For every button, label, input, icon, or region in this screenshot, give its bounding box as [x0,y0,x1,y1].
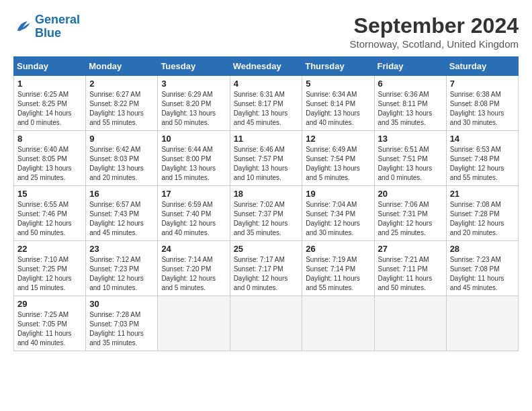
day-info: Sunrise: 7:28 AMSunset: 7:03 PMDaylight:… [89,310,154,348]
logo-text: General Blue [35,13,80,40]
day-info: Sunrise: 6:29 AMSunset: 8:20 PMDaylight:… [161,90,226,128]
calendar-cell: 12 Sunrise: 6:49 AMSunset: 7:54 PMDaylig… [302,131,374,186]
calendar-cell: 25 Sunrise: 7:17 AMSunset: 7:17 PMDaylig… [230,241,302,296]
calendar-cell: 4 Sunrise: 6:31 AMSunset: 8:17 PMDayligh… [230,76,302,131]
day-info: Sunrise: 6:27 AMSunset: 8:22 PMDaylight:… [89,90,154,128]
day-info: Sunrise: 7:04 AMSunset: 7:34 PMDaylight:… [306,200,370,238]
day-number: 5 [306,79,370,89]
day-number: 24 [161,244,226,254]
calendar-cell [374,296,446,351]
calendar-cell: 26 Sunrise: 7:19 AMSunset: 7:14 PMDaylig… [302,241,374,296]
day-number: 22 [17,244,82,254]
day-info: Sunrise: 6:57 AMSunset: 7:43 PMDaylight:… [89,200,154,238]
day-number: 1 [17,79,82,89]
day-number: 18 [234,189,299,199]
calendar-cell: 15 Sunrise: 6:55 AMSunset: 7:46 PMDaylig… [14,186,86,241]
logo: General Blue [13,13,80,40]
calendar-cell: 16 Sunrise: 6:57 AMSunset: 7:43 PMDaylig… [86,186,158,241]
day-info: Sunrise: 6:25 AMSunset: 8:25 PMDaylight:… [17,90,82,128]
day-info: Sunrise: 7:19 AMSunset: 7:14 PMDaylight:… [306,255,370,293]
day-info: Sunrise: 6:36 AMSunset: 8:11 PMDaylight:… [378,90,443,128]
logo-icon [13,17,32,36]
calendar-cell: 3 Sunrise: 6:29 AMSunset: 8:20 PMDayligh… [158,76,230,131]
header-row: Sunday Monday Tuesday Wednesday Thursday… [14,57,519,76]
calendar-row: 22 Sunrise: 7:10 AMSunset: 7:25 PMDaylig… [14,241,519,296]
day-number: 4 [234,79,299,89]
day-number: 26 [306,244,370,254]
calendar-cell: 9 Sunrise: 6:42 AMSunset: 8:03 PMDayligh… [86,131,158,186]
location: Stornoway, Scotland, United Kingdom [349,38,519,50]
day-info: Sunrise: 6:34 AMSunset: 8:14 PMDaylight:… [306,90,370,128]
col-thursday: Thursday [302,57,374,76]
calendar-row: 8 Sunrise: 6:40 AMSunset: 8:05 PMDayligh… [14,131,519,186]
calendar-row: 15 Sunrise: 6:55 AMSunset: 7:46 PMDaylig… [14,186,519,241]
day-number: 8 [17,134,82,144]
day-info: Sunrise: 6:59 AMSunset: 7:40 PMDaylight:… [161,200,226,238]
title-block: September 2024 Stornoway, Scotland, Unit… [349,13,519,50]
day-info: Sunrise: 6:44 AMSunset: 8:00 PMDaylight:… [161,145,226,183]
calendar-cell: 1 Sunrise: 6:25 AMSunset: 8:25 PMDayligh… [14,76,86,131]
calendar-cell: 30 Sunrise: 7:28 AMSunset: 7:03 PMDaylig… [86,296,158,351]
day-info: Sunrise: 7:08 AMSunset: 7:28 PMDaylight:… [450,200,515,238]
calendar-cell: 2 Sunrise: 6:27 AMSunset: 8:22 PMDayligh… [86,76,158,131]
day-info: Sunrise: 6:40 AMSunset: 8:05 PMDaylight:… [17,145,82,183]
day-info: Sunrise: 7:06 AMSunset: 7:31 PMDaylight:… [378,200,443,238]
col-friday: Friday [374,57,446,76]
calendar-cell: 28 Sunrise: 7:23 AMSunset: 7:08 PMDaylig… [446,241,518,296]
day-info: Sunrise: 7:21 AMSunset: 7:11 PMDaylight:… [378,255,443,293]
day-info: Sunrise: 7:25 AMSunset: 7:05 PMDaylight:… [17,310,82,348]
calendar-cell [230,296,302,351]
col-saturday: Saturday [446,57,518,76]
day-number: 14 [450,134,515,144]
day-number: 30 [89,299,154,309]
calendar-cell: 6 Sunrise: 6:36 AMSunset: 8:11 PMDayligh… [374,76,446,131]
calendar-cell: 27 Sunrise: 7:21 AMSunset: 7:11 PMDaylig… [374,241,446,296]
calendar-cell: 7 Sunrise: 6:38 AMSunset: 8:08 PMDayligh… [446,76,518,131]
day-number: 17 [161,189,226,199]
day-number: 12 [306,134,370,144]
calendar-cell [302,296,374,351]
calendar-table: Sunday Monday Tuesday Wednesday Thursday… [13,56,519,351]
day-number: 20 [378,189,443,199]
calendar-cell: 5 Sunrise: 6:34 AMSunset: 8:14 PMDayligh… [302,76,374,131]
day-info: Sunrise: 7:10 AMSunset: 7:25 PMDaylight:… [17,255,82,293]
calendar-cell [446,296,518,351]
day-number: 3 [161,79,226,89]
day-info: Sunrise: 6:31 AMSunset: 8:17 PMDaylight:… [234,90,299,128]
day-number: 28 [450,244,515,254]
day-info: Sunrise: 6:38 AMSunset: 8:08 PMDaylight:… [450,90,515,128]
day-info: Sunrise: 7:23 AMSunset: 7:08 PMDaylight:… [450,255,515,293]
day-info: Sunrise: 6:51 AMSunset: 7:51 PMDaylight:… [378,145,443,183]
day-number: 25 [234,244,299,254]
day-info: Sunrise: 7:17 AMSunset: 7:17 PMDaylight:… [234,255,299,293]
day-number: 7 [450,79,515,89]
day-number: 19 [306,189,370,199]
calendar-cell: 24 Sunrise: 7:14 AMSunset: 7:20 PMDaylig… [158,241,230,296]
calendar-cell: 17 Sunrise: 6:59 AMSunset: 7:40 PMDaylig… [158,186,230,241]
col-wednesday: Wednesday [230,57,302,76]
calendar-cell [158,296,230,351]
day-number: 13 [378,134,443,144]
calendar-cell: 10 Sunrise: 6:44 AMSunset: 8:00 PMDaylig… [158,131,230,186]
calendar-cell: 14 Sunrise: 6:53 AMSunset: 7:48 PMDaylig… [446,131,518,186]
month-title: September 2024 [349,13,519,38]
day-info: Sunrise: 7:02 AMSunset: 7:37 PMDaylight:… [234,200,299,238]
col-sunday: Sunday [14,57,86,76]
day-info: Sunrise: 6:42 AMSunset: 8:03 PMDaylight:… [89,145,154,183]
col-monday: Monday [86,57,158,76]
calendar-cell: 20 Sunrise: 7:06 AMSunset: 7:31 PMDaylig… [374,186,446,241]
day-info: Sunrise: 6:53 AMSunset: 7:48 PMDaylight:… [450,145,515,183]
day-number: 10 [161,134,226,144]
day-number: 16 [89,189,154,199]
calendar-row: 29 Sunrise: 7:25 AMSunset: 7:05 PMDaylig… [14,296,519,351]
page-header: General Blue September 2024 Stornoway, S… [13,13,519,50]
calendar-cell: 22 Sunrise: 7:10 AMSunset: 7:25 PMDaylig… [14,241,86,296]
day-number: 2 [89,79,154,89]
calendar-cell: 11 Sunrise: 6:46 AMSunset: 7:57 PMDaylig… [230,131,302,186]
day-number: 15 [17,189,82,199]
day-info: Sunrise: 7:14 AMSunset: 7:20 PMDaylight:… [161,255,226,293]
calendar-cell: 8 Sunrise: 6:40 AMSunset: 8:05 PMDayligh… [14,131,86,186]
calendar-body: 1 Sunrise: 6:25 AMSunset: 8:25 PMDayligh… [14,76,519,351]
day-info: Sunrise: 6:49 AMSunset: 7:54 PMDaylight:… [306,145,370,183]
day-info: Sunrise: 6:55 AMSunset: 7:46 PMDaylight:… [17,200,82,238]
